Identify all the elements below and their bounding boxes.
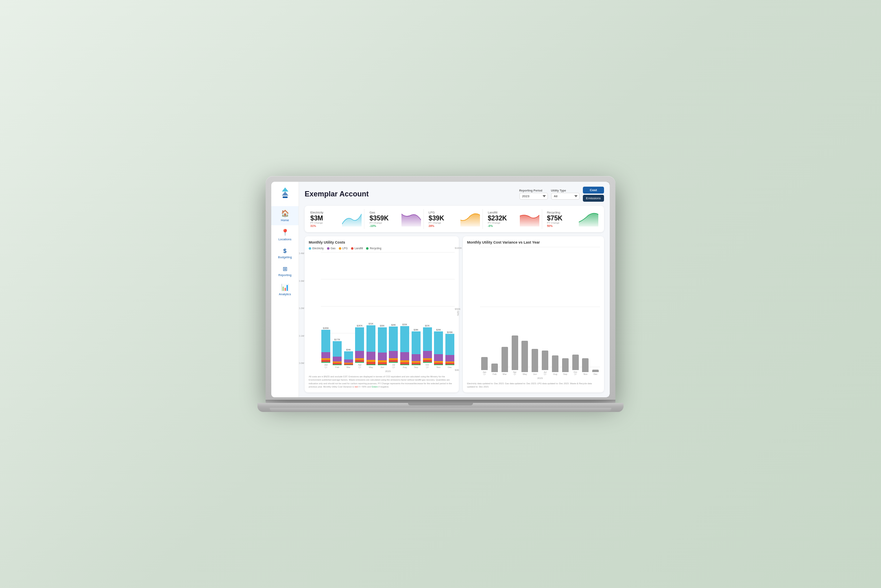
stacked-bar-Sep	[412, 331, 421, 365]
cost-bar-label-Dec: $249K	[447, 331, 453, 333]
sidebar-item-analytics-label: Analytics	[279, 292, 291, 296]
summary-card-lpg: LPG $39K PY Change 28%	[426, 209, 483, 229]
bar-segment-Nov-3	[434, 354, 443, 361]
cost-bar-Jul: $28KJulQ3	[388, 324, 399, 368]
bar-month-label-Feb: Feb	[335, 366, 339, 368]
variance-axis-title: NZD	[457, 311, 460, 316]
summary-card-landfill: Landfill $232K PY Change -0%	[485, 209, 542, 229]
legend-label-electricity: Electricity	[312, 247, 324, 250]
variance-bar-Nov: Nov	[581, 358, 590, 375]
bar-segment-Dec-0	[445, 364, 454, 365]
cost-bar-label-Nov: $28K	[436, 329, 441, 331]
variance-quarter-label-Jan: Q1	[483, 373, 486, 375]
bar-month-label-Nov: Nov	[436, 366, 440, 368]
svg-rect-3	[283, 196, 288, 198]
logo	[278, 186, 292, 200]
emissions-button[interactable]: Emissions	[583, 195, 604, 202]
bar-segment-Sep-3	[412, 354, 421, 361]
legend-label-gas: Gas	[331, 247, 336, 250]
cost-bar-label-Aug: $33K	[402, 323, 407, 326]
electricity-type: Electricity	[310, 211, 340, 214]
cost-chart-footnote: All costs are in $NZD and exclude GST. E…	[309, 375, 455, 388]
cost-bar-Feb: $177KFeb	[332, 338, 342, 368]
bar-segment-Jan-3	[321, 352, 330, 358]
recycling-change: 50%	[547, 224, 576, 227]
bar-quarter-label-Oct: Q4	[426, 366, 429, 368]
lpg-text: LPG $39K PY Change 28%	[429, 211, 458, 227]
cost-x-axis-label: 2023	[321, 370, 455, 372]
variance-y-axis: $100K $50K $0K	[455, 247, 462, 371]
variance-bar-fill-May	[521, 341, 528, 372]
bar-segment-Nov-0	[434, 364, 443, 365]
variance-x-label: 2023	[480, 377, 600, 379]
variance-chart-panel: Monthly Utility Cost Variance vs Last Ye…	[463, 236, 604, 392]
variance-month-label-Sep: Sep	[563, 373, 567, 375]
variance-month-label-Dec: Dec	[593, 373, 598, 375]
variance-month-label-Feb: Feb	[493, 373, 496, 375]
bar-segment-Oct-4	[423, 327, 432, 351]
variance-bar-fill-Jul	[542, 351, 548, 370]
cost-bar-Aug: $33KAug	[400, 323, 410, 368]
variance-bar-Oct: OctQ4	[571, 355, 580, 375]
cost-bar-label-Mar: $34K	[346, 348, 351, 351]
variance-quarter-label-Jul: Q3	[544, 373, 546, 375]
lpg-change-label: PY Change	[429, 222, 458, 224]
main-content: Exemplar Account Reporting Period 2023 2…	[299, 182, 610, 397]
legend-label-lpg: LPG	[342, 247, 348, 250]
stacked-bar-Jun	[378, 327, 387, 365]
variance-bar-Sep: Sep	[561, 358, 570, 375]
cost-bar-label-Jan: $265K	[323, 327, 329, 329]
reporting-period-select[interactable]: 2023 2022 2021	[519, 193, 548, 200]
variance-chart-body: JanQ1FebMarAprQ2MayJunJulQ3AugSepOctQ4No…	[480, 247, 600, 375]
laptop-screen: 🏠 Home 📍 Locations $ Budgeting ⊞ Reporti…	[266, 176, 615, 400]
cost-chart-body: $265KJanQ1$177KFeb$34KMar$287KAprQ2$31KM…	[321, 252, 455, 368]
variance-chart-title: Monthly Utility Cost Variance vs Last Ye…	[467, 240, 600, 244]
stacked-bar-Apr	[355, 327, 364, 363]
bar-segment-Dec-4	[445, 334, 454, 355]
variance-bar-fill-Jan	[481, 357, 488, 370]
variance-bar-Feb: Feb	[490, 364, 499, 375]
variance-bar-fill-Sep	[562, 358, 569, 372]
landfill-value: $232K	[488, 215, 517, 222]
bar-segment-May-4	[366, 325, 375, 352]
view-toggle-group: Cost Emissions	[583, 187, 604, 202]
bar-month-label-Aug: Aug	[403, 366, 407, 368]
recycling-value: $75K	[547, 215, 576, 222]
utility-type-label: Utility Type	[551, 189, 580, 192]
bar-month-label-Sep: Sep	[414, 366, 418, 368]
sidebar-item-analytics[interactable]: 📊 Analytics	[271, 280, 299, 299]
cost-bar-Sep: $28KSep	[411, 329, 421, 368]
sidebar-item-home[interactable]: 🏠 Home	[271, 206, 299, 225]
screen-content: 🏠 Home 📍 Locations $ Budgeting ⊞ Reporti…	[271, 182, 610, 397]
bar-segment-Mar-3	[344, 359, 353, 363]
gas-change: -10%	[369, 224, 399, 227]
cost-bar-Oct: $37KOctQ4	[422, 324, 432, 368]
lpg-value: $39K	[429, 215, 458, 222]
sidebar-item-budgeting[interactable]: $ Budgeting	[271, 244, 299, 262]
bar-segment-Mar-4	[344, 351, 353, 359]
cost-y-axis: $0.4M $0.3M $0.2M $0.1M $0.0M	[299, 252, 304, 364]
sidebar-item-locations[interactable]: 📍 Locations	[271, 225, 299, 244]
legend-gas: Gas	[327, 247, 336, 250]
utility-type-select[interactable]: All Electricity Gas	[551, 193, 580, 200]
bar-segment-May-3	[366, 352, 375, 360]
monthly-costs-chart-panel: Monthly Utility Costs Electricity Gas	[305, 236, 459, 392]
landfill-sparkline	[520, 212, 539, 226]
recycling-text: Recycling $75K PY Change 50%	[547, 211, 576, 227]
summary-card-electricity: Electricity $3M PY Change 31%	[308, 209, 364, 229]
sidebar-item-reporting[interactable]: ⊞ Reporting	[271, 262, 299, 280]
bar-segment-Jan-0	[321, 362, 330, 363]
laptop-hinge	[266, 400, 615, 403]
cost-bar-Apr: $287KAprQ2	[355, 324, 365, 368]
cost-button[interactable]: Cost	[583, 187, 604, 194]
variance-chart-footnote: Electricity data updated to: Dec 2023. G…	[467, 382, 600, 389]
chart-legend: Electricity Gas LPG	[309, 247, 455, 250]
cost-bar-label-Sep: $28K	[414, 329, 419, 331]
variance-month-label-Aug: Aug	[553, 373, 557, 375]
utility-type-filter: Utility Type All Electricity Gas	[551, 189, 580, 200]
bar-segment-Sep-0	[412, 364, 421, 365]
summary-cards: Electricity $3M PY Change 31%	[305, 206, 604, 232]
bar-month-label-Dec: Dec	[448, 366, 452, 368]
legend-lpg: LPG	[339, 247, 348, 250]
bar-segment-Jun-4	[378, 327, 387, 353]
